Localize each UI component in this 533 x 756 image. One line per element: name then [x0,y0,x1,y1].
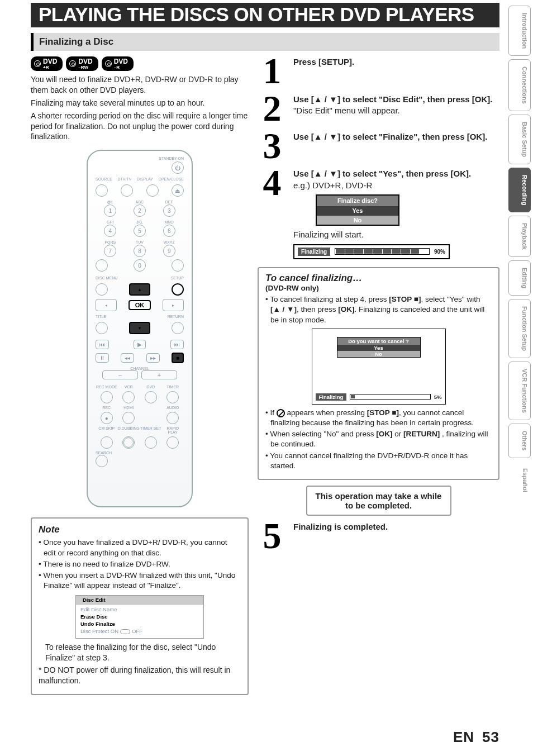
intro-text-1: You will need to finalize DVD+R, DVD-RW … [31,74,249,96]
section-header: Finalizing a Disc [31,33,499,51]
cancel-item: To cancel finalizing at step 4, press [S… [265,294,492,325]
disc-icon [34,60,41,67]
intro-text-2: Finalizing may take several minutes up t… [31,98,249,108]
note-item: Once you have finalized a DVD+R/ DVD-R, … [39,538,241,558]
tab-connections[interactable]: Connections [508,59,531,111]
next-icon: ⏭ [170,340,184,349]
step-number: 5 [258,521,287,551]
standby-label: STANDBY-ON [96,156,184,160]
progress-bar: Finalizing 90% [293,244,450,260]
page-footer: EN 53 [453,729,499,746]
note-after-2: * DO NOT power off during finalization, … [39,665,241,686]
stop-icon: ■ [172,353,184,363]
play-icon: ▶ [134,340,146,349]
side-tabs: Introduction Connections Basic Setup Rec… [508,6,531,498]
tab-editing[interactable]: Editing [508,260,531,296]
tab-basic-setup[interactable]: Basic Setup [508,115,531,164]
tab-introduction[interactable]: Introduction [508,6,531,56]
finalize-dialog: Finalize disc? Yes No [316,194,399,226]
disc-edit-panel: Disc Edit Edit Disc Name Erase Disc Undo… [75,595,204,638]
disc-icon [69,60,76,67]
cancel-dialog: Do you want to cancel ? Yes No Finalizin… [312,329,446,405]
disc-badge-minus-rw: DVD–RW [66,56,98,71]
step-5: 5 Finalizing is completed. [258,521,499,551]
cancel-subtitle: (DVD-RW only) [265,284,492,292]
prev-icon: ⏮ [96,340,109,349]
note-after-1: To release the finalizing for the disc, … [39,642,241,663]
step-number: 4 [258,168,287,259]
disc-badges: DVD+R DVD–RW DVD–R [31,56,249,71]
disc-badge-plus-r: DVD+R [31,56,63,71]
step-1: 1 Press [SETUP]. [258,56,499,86]
up-arrow-icon: ▲ [129,283,150,296]
cancel-item: If appears when pressing [STOP ■], you c… [265,408,492,428]
tab-function-setup[interactable]: Function Setup [508,299,531,358]
right-arrow-icon: ▸ [163,299,184,311]
cancel-item: When selecting "No" and press [OK] or [R… [265,429,492,449]
step-number: 3 [258,131,287,161]
note-box: Note Once you have finalized a DVD+R/ DV… [31,517,249,695]
cancel-item: You cannot cancel finalizing the DVD+R/D… [265,451,492,471]
record-icon: ● [101,412,113,424]
footer-lang: EN [453,729,474,746]
note-title: Note [39,524,241,535]
step-number: 1 [258,56,287,86]
power-icon: ⏻ [172,161,184,174]
disc-icon [105,60,112,67]
intro-text-3: A shorter recording period on the disc w… [31,111,249,142]
step-number: 2 [258,94,287,123]
tab-others[interactable]: Others [508,424,531,458]
tab-vcr-functions[interactable]: VCR Functions [508,362,531,420]
step-2: 2 Use [▲ / ▼] to select "Disc Edit", the… [258,94,499,123]
tab-recording[interactable]: Recording [508,168,531,212]
step-3: 3 Use [▲ / ▼] to select "Finalize", then… [258,131,499,161]
ff-icon: ▸▸ [146,353,160,363]
setup-button [172,283,184,296]
remote-control-graphic: STANDBY-ON ⏻ SOURCE DTV/TV DISPLAY OPEN/… [87,150,193,507]
pause-icon: ⏸ [96,353,109,363]
ok-button: OK [129,300,151,310]
callout: This operation may take a while to be co… [306,486,451,516]
cancel-box: To cancel finalizing… (DVD-RW only) To c… [258,267,499,480]
prohibited-icon [277,409,285,417]
eject-icon: ⏏ [172,184,184,197]
tab-playback[interactable]: Playback [508,216,531,257]
down-arrow-icon: ▼ [129,322,150,334]
footer-page: 53 [482,729,499,746]
note-item: There is no need to finalize DVD+RW. [39,559,241,569]
page-title: PLAYING THE DISCS ON OTHER DVD PLAYERS [31,3,499,27]
left-arrow-icon: ◂ [96,299,117,311]
cancel-title: To cancel finalizing… [265,273,492,284]
tab-espanol[interactable]: Español [508,462,531,499]
disc-badge-minus-r: DVD–R [102,56,134,71]
step-4: 4 Use [▲ / ▼] to select "Yes", then pres… [258,168,499,259]
rew-icon: ◂◂ [121,353,134,363]
note-item: When you insert a DVD-RW finalized with … [39,570,241,591]
